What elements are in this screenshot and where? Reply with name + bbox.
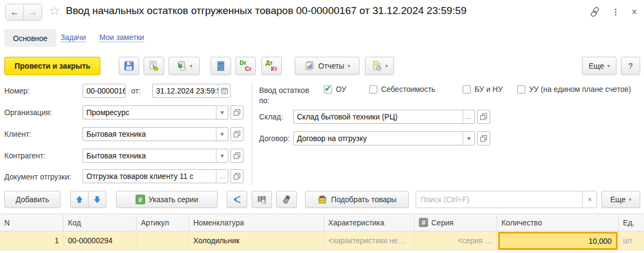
document-window: ← → ☆ Ввод начальных остатков отгруженны…: [0, 0, 644, 253]
pick-goods-button[interactable]: Подобрать товары: [305, 191, 409, 208]
register-records-icon: [216, 61, 226, 71]
tab-tasks[interactable]: Задачи: [60, 33, 86, 42]
add-row-button[interactable]: Добавить: [4, 191, 60, 208]
cell-series[interactable]: <серия …: [415, 231, 497, 250]
column-header-unit[interactable]: Ед.: [619, 214, 644, 231]
drcr-button[interactable]: DrCr: [235, 57, 256, 75]
checkbox-label: Себестоимость: [381, 85, 435, 94]
back-button[interactable]: ←: [6, 4, 24, 20]
organization-open-button[interactable]: [231, 105, 243, 119]
cell-article[interactable]: [137, 231, 189, 250]
contract-field[interactable]: Договор на отгрузку ▾: [293, 131, 475, 145]
dropdown-caret-icon[interactable]: ▾: [463, 132, 474, 145]
caret-down-icon: ▾: [607, 63, 610, 69]
column-header-series[interactable]: # Серия: [415, 214, 497, 231]
close-icon[interactable]: ×: [628, 5, 641, 18]
checkbox-box: [517, 85, 525, 94]
choose-ellipsis-button[interactable]: …: [216, 170, 228, 183]
open-form-icon: [233, 130, 241, 138]
reports-button[interactable]: Отчеты ▾: [295, 57, 360, 75]
tab-main[interactable]: Основное: [4, 29, 56, 47]
checkbox-uu[interactable]: УУ (на едином плане счетов): [517, 85, 633, 94]
client-field[interactable]: Бытовая техника ▾: [83, 127, 228, 141]
open-form-icon: [480, 113, 487, 121]
post-and-close-button[interactable]: Провести и закрыть: [4, 57, 100, 75]
scheduled-doc-button[interactable]: ▾: [365, 57, 394, 75]
set-series-button[interactable]: # Указать серии: [116, 191, 218, 208]
number-field[interactable]: 00-00000167: [83, 84, 126, 98]
dtkt-label: ДтКт: [266, 61, 277, 71]
favorite-star-icon[interactable]: ☆: [49, 3, 60, 18]
split-row-button[interactable]: [227, 191, 247, 208]
more-menu-icon[interactable]: [609, 5, 622, 18]
move-up-button[interactable]: [70, 191, 89, 208]
checkbox-label: БУ и НУ: [474, 85, 503, 94]
data-terminal-button[interactable]: [276, 191, 297, 208]
balances-label: Ввод остатков по:: [259, 85, 318, 106]
column-header-quantity[interactable]: Количество: [497, 214, 619, 231]
help-button[interactable]: ?: [621, 57, 640, 75]
goods-box-icon: [317, 194, 328, 205]
cell-nomenclature[interactable]: Холодильник: [189, 231, 324, 250]
contract-label: Договор:: [259, 134, 290, 143]
checkbox-box: [463, 85, 471, 94]
cell-code[interactable]: 00-00000294: [64, 231, 137, 250]
choose-ellipsis-button[interactable]: …: [463, 110, 474, 123]
page-title: Ввод начальных остатков отгруженных това…: [66, 5, 584, 17]
search-input[interactable]: [416, 191, 582, 208]
column-header-code[interactable]: Код: [64, 214, 137, 231]
dropdown-caret-icon[interactable]: ▾: [216, 106, 228, 119]
move-down-button[interactable]: [88, 191, 106, 208]
dtkt-button[interactable]: ДтКт: [261, 57, 282, 75]
column-header-n[interactable]: N: [0, 214, 64, 231]
column-header-characteristic[interactable]: Характеристика: [324, 214, 415, 231]
search-clear-icon[interactable]: ×: [582, 191, 596, 208]
set-series-label: Указать серии: [148, 195, 198, 204]
counterparty-open-button[interactable]: [231, 149, 243, 163]
selected-quantity-cell[interactable]: 10,000: [498, 232, 618, 250]
checkbox-ou[interactable]: ✔ ОУ: [324, 85, 346, 94]
barcode-icon: [257, 195, 267, 204]
shipping-doc-open-button[interactable]: [231, 169, 243, 183]
checkbox-bu-nu[interactable]: БУ и НУ: [463, 85, 509, 94]
table-more-button[interactable]: Еще ▾: [601, 191, 640, 208]
dropdown-caret-icon[interactable]: ▾: [216, 149, 228, 162]
column-header-series-label: Серия: [431, 218, 453, 227]
toolbar-more-label: Еще: [588, 62, 604, 70]
table-header: N Код Артикул Номенклатура Характеристик…: [0, 214, 644, 231]
arrow-up-icon: [75, 195, 84, 204]
contract-open-button[interactable]: [477, 131, 490, 145]
client-label: Клиент:: [4, 130, 31, 138]
hash-icon: #: [419, 218, 428, 227]
cell-unit[interactable]: шт: [619, 231, 644, 250]
column-header-nomenclature[interactable]: Номенклатура: [189, 214, 324, 231]
client-open-button[interactable]: [231, 127, 243, 141]
organization-field[interactable]: Промресурс ▾: [83, 105, 228, 119]
counterparty-field[interactable]: Бытовая техника ▾: [83, 149, 228, 163]
cell-n[interactable]: 1: [0, 231, 64, 250]
column-header-article[interactable]: Артикул: [137, 214, 189, 231]
calendar-icon[interactable]: [218, 84, 230, 97]
post-document-button[interactable]: [144, 57, 164, 75]
counterparty-label: Контрагент:: [4, 151, 45, 160]
copy-link-icon[interactable]: [588, 5, 601, 18]
date-label: от:: [131, 86, 141, 95]
save-button[interactable]: [119, 57, 139, 75]
toolbar-more-button[interactable]: Еще ▾: [582, 57, 616, 75]
tab-notes[interactable]: Мои заметки: [99, 33, 144, 42]
warehouse-field[interactable]: Склад бытовой техники (РЦ) …: [293, 110, 475, 124]
dropdown-caret-icon[interactable]: ▾: [216, 128, 228, 141]
forward-button[interactable]: →: [24, 4, 42, 20]
checkbox-box: ✔: [324, 85, 332, 94]
date-field[interactable]: 31.12.2024 23:59:59: [152, 84, 231, 98]
cell-characteristic[interactable]: <характеристики не…: [324, 231, 415, 250]
warehouse-open-button[interactable]: [477, 110, 490, 124]
open-form-icon: [233, 152, 241, 159]
checkbox-cost[interactable]: Себестоимость: [369, 85, 435, 94]
barcode-search-button[interactable]: [252, 191, 272, 208]
register-records-button[interactable]: [211, 57, 231, 75]
checkbox-label: ОУ: [336, 85, 346, 94]
counterparty-value: Бытовая техника: [83, 149, 216, 162]
create-based-on-button[interactable]: ▾: [168, 57, 200, 75]
shipping-doc-field[interactable]: Отгрузка товаров клиенту 11 с …: [83, 169, 228, 183]
